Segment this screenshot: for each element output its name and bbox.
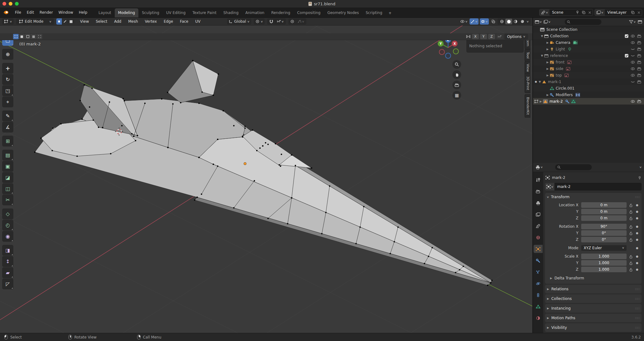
outliner-row-camera[interactable]: ▶ Camera xyxy=(533,39,644,46)
tab-view-layer-properties[interactable] xyxy=(534,210,543,218)
show-overlays-toggle[interactable]: ∨ xyxy=(480,18,489,25)
sidebar-tab-tool[interactable]: Tool xyxy=(525,49,530,61)
location-z-field[interactable]: 0 m xyxy=(581,215,627,221)
zoom-button[interactable] xyxy=(452,60,461,69)
orthographic-toggle-button[interactable]: ▦ xyxy=(452,91,461,100)
pin-icon[interactable] xyxy=(574,11,581,14)
render-camera-icon[interactable] xyxy=(637,34,642,38)
lock-icon[interactable] xyxy=(629,261,633,265)
menu-vertex[interactable]: Vertex xyxy=(141,18,160,25)
instancing-panel[interactable]: ▶ Instancing∷∷ xyxy=(545,304,642,313)
tab-modifier-properties[interactable] xyxy=(534,256,543,264)
properties-editor-type-button[interactable]: ∨ xyxy=(535,165,543,169)
tab-material-properties[interactable] xyxy=(534,314,543,322)
gizmo-y-neg[interactable] xyxy=(453,49,459,54)
outliner-row-circle-001[interactable]: Circle.001 xyxy=(533,85,644,91)
tool-measure[interactable]: ∡ xyxy=(2,122,13,133)
gizmo-z-neg[interactable] xyxy=(446,53,451,58)
tool-edge-slide[interactable]: ◨ xyxy=(2,245,13,256)
lock-icon[interactable] xyxy=(629,216,633,220)
tab-object-properties[interactable] xyxy=(534,245,543,253)
object-name-input[interactable] xyxy=(554,183,642,190)
blender-logo-icon[interactable] xyxy=(3,10,9,15)
view-layer-browse-button[interactable]: ∨ xyxy=(595,9,605,16)
animate-dot[interactable]: ● xyxy=(636,238,638,241)
shading-material-button[interactable] xyxy=(512,19,519,24)
pivot-point-dropdown[interactable]: ∨ xyxy=(254,18,265,25)
tab-scripting[interactable]: Scripting xyxy=(362,8,386,17)
tool-extrude-region[interactable]: ▤ xyxy=(2,150,13,161)
scale-z-field[interactable]: 1.000 xyxy=(581,267,627,272)
outliner-row-mark-2[interactable]: ▶ mark-2 xyxy=(533,98,644,105)
outliner-row-front[interactable]: ▶ front xyxy=(533,59,644,65)
tab-animation[interactable]: Animation xyxy=(242,8,268,17)
visibility-dropdown[interactable]: ∨ xyxy=(459,18,469,25)
lock-icon[interactable] xyxy=(629,209,633,214)
outliner-row-side[interactable]: ▶ side xyxy=(533,65,644,72)
hide-eye-icon[interactable] xyxy=(631,73,635,77)
menu-select[interactable]: Select xyxy=(92,18,111,25)
gizmo-x-neg[interactable] xyxy=(439,49,445,55)
tab-physics-properties[interactable] xyxy=(534,279,543,287)
sidebar-tab-blenderkit[interactable]: BlenderKit xyxy=(525,94,530,118)
tab-shading[interactable]: Shading xyxy=(220,8,242,17)
tool-bevel[interactable]: ◪ xyxy=(2,172,13,183)
tab-layout[interactable]: Layout xyxy=(95,8,115,17)
render-camera-icon[interactable] xyxy=(637,41,642,44)
animate-dot[interactable]: ● xyxy=(636,210,638,213)
menu-mesh[interactable]: Mesh xyxy=(125,18,141,25)
outliner-row-scene-collection[interactable]: Scene Collection xyxy=(533,26,644,33)
tab-particle-properties[interactable] xyxy=(534,268,543,276)
lock-icon[interactable] xyxy=(629,267,633,272)
lock-icon[interactable] xyxy=(629,203,633,207)
proportional-editing-toggle[interactable] xyxy=(290,20,295,23)
render-camera-icon[interactable] xyxy=(637,47,642,51)
scene-browse-button[interactable]: ∨ xyxy=(540,9,549,16)
render-camera-icon[interactable] xyxy=(637,54,642,58)
sr71-mesh[interactable] xyxy=(35,61,492,285)
viewport-canvas[interactable]: X Y Z Options∨ User Perspective (0) mark… xyxy=(0,26,532,333)
panel-grip-icon[interactable]: ∷∷ xyxy=(635,195,640,199)
tool-knife[interactable]: ✂ xyxy=(2,194,13,205)
new-collection-button[interactable] xyxy=(638,20,642,24)
collections-panel[interactable]: ▶ Collections∷∷ xyxy=(545,294,642,303)
pin-id-icon[interactable] xyxy=(638,175,642,180)
tool-poly-build[interactable]: ◇ xyxy=(2,208,13,219)
lock-icon[interactable] xyxy=(629,254,633,259)
camera-view-button[interactable] xyxy=(452,81,461,89)
tool-rotate[interactable]: ↻ xyxy=(2,74,13,85)
tab-texture-paint[interactable]: Texture Paint xyxy=(189,8,220,17)
menu-face[interactable]: Face xyxy=(177,18,192,25)
scale-y-field[interactable]: 1.000 xyxy=(581,260,627,266)
sidebar-tab-3d-print[interactable]: 3D-Print xyxy=(525,73,530,93)
tab-uv-editing[interactable]: UV Editing xyxy=(163,8,189,17)
mirror-y-button[interactable]: Y xyxy=(480,34,487,39)
animate-dot[interactable]: ● xyxy=(636,268,638,271)
add-workspace-button[interactable]: + xyxy=(386,9,394,17)
options-dropdown[interactable]: Options∨ xyxy=(504,34,528,40)
transform-orientation-dropdown[interactable]: Global ∨ xyxy=(227,18,251,25)
sidebar-tab-view[interactable]: View xyxy=(525,61,530,75)
menu-window[interactable]: Window xyxy=(56,9,76,16)
hide-eye-icon[interactable] xyxy=(631,67,635,71)
render-camera-icon[interactable] xyxy=(637,100,642,103)
tab-constraint-properties[interactable] xyxy=(534,291,543,299)
snap-base-icon[interactable] xyxy=(496,34,503,39)
location-y-field[interactable]: 0 m xyxy=(581,209,627,214)
motion-paths-panel[interactable]: ▶ Motion Paths∷∷ xyxy=(545,314,642,322)
hide-eye-icon[interactable] xyxy=(631,41,635,44)
new-scene-button[interactable] xyxy=(581,11,587,14)
shading-wireframe-button[interactable] xyxy=(498,19,505,24)
collapse-chevron-icon[interactable]: ∨ xyxy=(547,196,549,199)
menu-render[interactable]: Render xyxy=(37,9,56,16)
tab-output-properties[interactable] xyxy=(534,199,543,207)
animate-dot[interactable]: ● xyxy=(636,255,638,258)
location-x-field[interactable]: 0 m xyxy=(581,202,627,208)
snap-toggle[interactable] xyxy=(268,20,274,24)
tab-compositing[interactable]: Compositing xyxy=(294,8,324,17)
outliner-row-mark-1[interactable]: ● ▼ mark-1 xyxy=(533,78,644,85)
properties-options-chevron[interactable]: ∨ xyxy=(639,166,642,169)
lock-icon[interactable] xyxy=(629,224,633,229)
tab-sculpting[interactable]: Sculpting xyxy=(138,8,163,17)
menu-edit[interactable]: Edit xyxy=(24,9,37,16)
